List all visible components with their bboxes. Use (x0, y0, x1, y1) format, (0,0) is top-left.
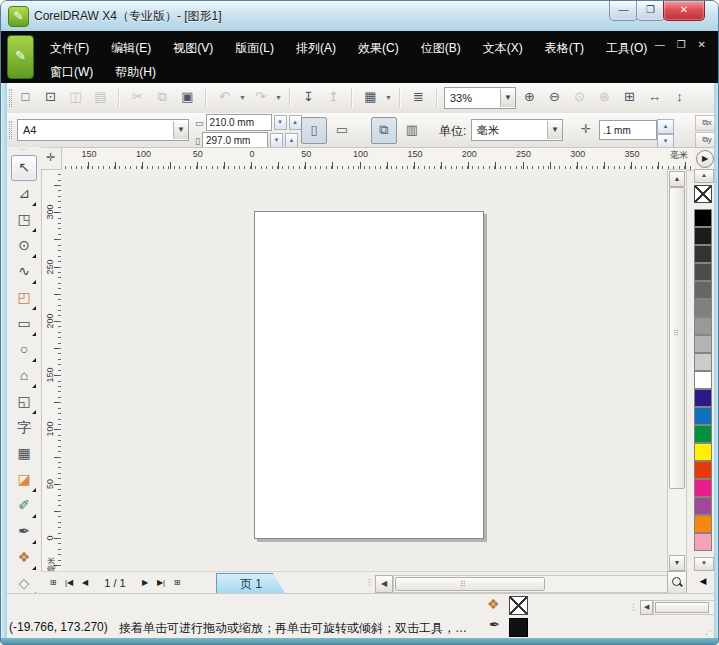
add-page-start-button[interactable]: ⊞ (45, 574, 61, 591)
crop-tool-flyout-icon[interactable] (32, 228, 36, 232)
pick-tool[interactable]: ↖ (11, 155, 37, 181)
color-swatch-4[interactable] (694, 281, 712, 299)
basic-shapes-tool[interactable]: ◱ (11, 389, 37, 415)
outline-tool-flyout-icon[interactable] (32, 540, 36, 544)
color-swatch-17[interactable] (694, 515, 712, 533)
paper-width-field[interactable]: 210.0 mm (206, 114, 272, 131)
zoom-level-combo[interactable]: 33%▼ (444, 87, 516, 109)
mini-scroll-track[interactable] (653, 600, 715, 615)
polygon-tool[interactable]: ⌂ (11, 363, 37, 389)
fill-color-indicator[interactable] (509, 596, 528, 615)
text-tool[interactable]: 字 (11, 415, 37, 441)
document-page[interactable] (254, 211, 484, 539)
color-swatch-10[interactable] (694, 389, 712, 407)
scroll-left-button[interactable]: ◀ (375, 575, 393, 593)
paste-button[interactable]: ▣ (176, 86, 199, 109)
redo-dropdown-icon[interactable]: ▼ (274, 86, 283, 109)
horizontal-ruler[interactable]: 毫米 15010050050100150200250300350 (61, 147, 694, 171)
zoom-to-height-button[interactable]: ↕ (668, 86, 691, 109)
nudge-spin-up[interactable]: ▲ (657, 119, 674, 134)
horizontal-scrollbar[interactable]: ⠿ (393, 575, 669, 593)
all-pages-button[interactable]: ⧉ (371, 117, 397, 144)
zoom-tool-flyout-icon[interactable] (32, 254, 36, 258)
menu-layout[interactable]: 版面(L) (224, 37, 285, 60)
scroll-down-button[interactable]: ▼ (669, 555, 685, 571)
menu-edit[interactable]: 编辑(E) (100, 37, 162, 60)
menu-tools[interactable]: 工具(O) (595, 37, 658, 60)
color-swatch-14[interactable] (694, 461, 712, 479)
blend-tool-flyout-icon[interactable] (32, 488, 36, 492)
new-document-button[interactable]: □ (14, 86, 37, 109)
doc-close-button[interactable]: ✕ (698, 39, 706, 50)
chevron-down-icon[interactable]: ▼ (173, 121, 188, 139)
crop-tool[interactable]: ◳ (11, 207, 37, 233)
vertical-scrollbar[interactable]: ▲ ⠿ ▼ (667, 169, 687, 573)
mini-scroll-thumb[interactable] (655, 602, 709, 613)
zoom-out-button[interactable]: ⊖ (543, 86, 566, 109)
toolbox-grip[interactable]: ⋯ (7, 147, 41, 155)
color-swatch-0[interactable] (694, 209, 712, 227)
color-swatch-15[interactable] (694, 479, 712, 497)
color-swatch-8[interactable] (694, 353, 712, 371)
eyedropper-tool-flyout-icon[interactable] (32, 514, 36, 518)
palette-scroll-down-button[interactable]: ▼ (694, 557, 714, 571)
color-swatch-7[interactable] (694, 335, 712, 353)
doc-restore-button[interactable]: ❐ (677, 39, 686, 50)
polygon-tool-flyout-icon[interactable] (32, 384, 36, 388)
rectangle-tool[interactable]: ▭ (11, 311, 37, 337)
zoom-tool[interactable]: ⊙ (11, 233, 37, 259)
application-launcher-button[interactable]: ▦ (359, 86, 382, 109)
height-spin-down[interactable]: ▼ (270, 133, 283, 148)
smart-fill-tool[interactable]: ◰ (11, 285, 37, 311)
shape-tool[interactable]: ⊿ (11, 181, 37, 207)
close-button[interactable]: ✕ (663, 1, 705, 21)
menu-table[interactable]: 表格(T) (534, 37, 595, 60)
menu-bitmaps[interactable]: 位图(B) (410, 37, 472, 60)
menu-text[interactable]: 文本(X) (472, 37, 534, 60)
menu-arrange[interactable]: 排列(A) (285, 37, 347, 60)
color-swatch-2[interactable] (694, 245, 712, 263)
vertical-scroll-thumb[interactable]: ⠿ (669, 187, 685, 489)
palette-expand-button[interactable]: ◀ (696, 573, 710, 589)
freehand-tool[interactable]: ∿ (11, 259, 37, 285)
add-page-end-button[interactable]: ⊞ (169, 574, 185, 591)
menu-help[interactable]: 帮助(H) (104, 61, 167, 84)
color-swatch-1[interactable] (694, 227, 712, 245)
width-spin-up[interactable]: ▲ (289, 115, 302, 130)
color-swatch-18[interactable] (694, 533, 712, 551)
ellipse-tool[interactable]: ○ (11, 337, 37, 363)
shape-tool-flyout-icon[interactable] (32, 202, 36, 206)
color-swatch-13[interactable] (694, 443, 712, 461)
open-document-button[interactable]: ⊡ (39, 86, 62, 109)
units-combo[interactable]: 毫米 ▼ (471, 119, 563, 141)
portrait-button[interactable]: ▯ (301, 117, 327, 144)
eyedropper-tool[interactable]: ✐ (11, 493, 37, 519)
zoom-to-width-button[interactable]: ↔ (643, 86, 666, 109)
fill-tool[interactable]: ❖ (11, 545, 37, 571)
import-button[interactable]: ↧ (297, 86, 320, 109)
ellipse-tool-flyout-icon[interactable] (32, 358, 36, 362)
vertical-ruler[interactable]: 毫米 300250200150100500 (41, 169, 63, 572)
width-spin-down[interactable]: ▼ (274, 115, 287, 130)
nudge-field[interactable]: .1 mm (599, 120, 657, 140)
titlebar[interactable]: ✎ CorelDRAW X4（专业版）- [图形1] — ❐ ✕ (1, 1, 719, 32)
table-tool[interactable]: ▦ (11, 441, 37, 467)
outline-color-indicator[interactable] (509, 618, 528, 637)
welcome-screen-button[interactable]: ≣ (407, 86, 430, 109)
drawing-canvas[interactable] (61, 169, 667, 571)
facing-pages-button[interactable]: ▥ (399, 117, 425, 144)
previous-page-button[interactable]: ◀ (77, 574, 93, 591)
docker-mini-scrollbar[interactable]: ⋮ ◀ (629, 600, 715, 614)
scroll-up-button[interactable]: ▲ (669, 171, 685, 187)
last-page-button[interactable]: ▶| (153, 574, 169, 591)
menu-effects[interactable]: 效果(C) (347, 37, 410, 60)
zoom-in-button[interactable]: ⊕ (518, 86, 541, 109)
chevron-down-icon[interactable]: ▼ (500, 89, 515, 107)
basic-shapes-tool-flyout-icon[interactable] (32, 410, 36, 414)
zoom-to-page-button[interactable]: ⊞ (618, 86, 641, 109)
color-swatch-5[interactable] (694, 299, 712, 317)
toolbar-grip[interactable] (9, 89, 12, 107)
palette-scroll-up-button[interactable]: ▲ (694, 169, 714, 183)
ruler-origin-icon[interactable]: ✛ (42, 149, 59, 166)
outline-tool[interactable]: ✒ (11, 519, 37, 545)
